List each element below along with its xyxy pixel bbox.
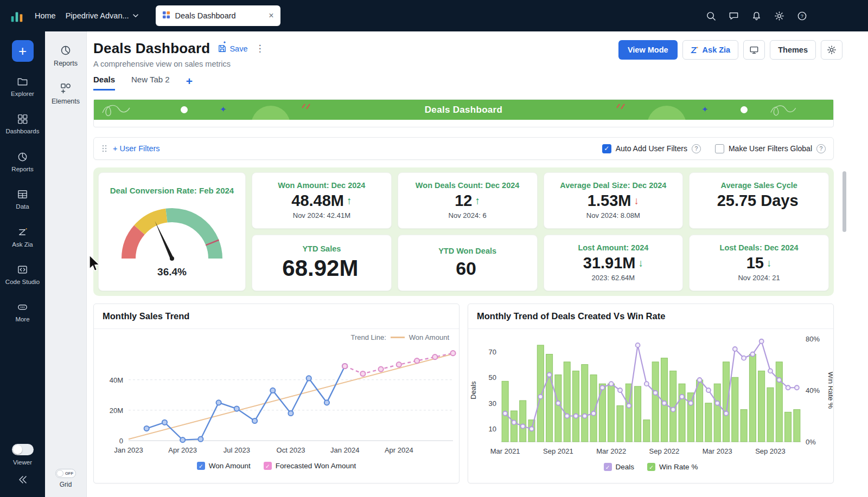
- viewer-toggle[interactable]: [12, 444, 34, 455]
- dot-decoration: [741, 106, 748, 113]
- svg-text:40M: 40M: [110, 376, 123, 384]
- kpi-card-won-amount[interactable]: Won Amount: Dec 2024 48.48M↑ Nov 2024: 4…: [252, 172, 392, 229]
- trend-arrow-icon: ↓: [634, 195, 639, 207]
- notifications-bell-icon[interactable]: [751, 11, 762, 21]
- help-circle-icon[interactable]: ?: [692, 144, 701, 153]
- grid-toggle-label: Grid: [60, 481, 72, 488]
- elements-icon: [60, 82, 72, 94]
- reports-icon: [60, 44, 72, 56]
- gear-icon: [827, 45, 837, 55]
- help-icon[interactable]: ?: [797, 11, 807, 21]
- checkbox-icon[interactable]: ✓: [264, 462, 272, 470]
- kpi-card-lost-amount[interactable]: Lost Amount: 2024 31.91M↓ 2023: 62.64M: [544, 235, 684, 291]
- kpi-card-won-deals-count[interactable]: Won Deals Count: Dec 2024 12↑ Nov 2024: …: [398, 172, 538, 229]
- kpi-card-average-deal-size[interactable]: Average Deal Size: Dec 2024 1.53M↓ Nov 2…: [544, 172, 684, 229]
- dashboard-grid-icon: [162, 11, 170, 21]
- svg-text:Apr 2024: Apr 2024: [385, 446, 413, 454]
- svg-text:0%: 0%: [806, 438, 816, 446]
- checkbox-icon[interactable]: ✓: [604, 463, 612, 471]
- comments-icon[interactable]: [729, 11, 739, 21]
- create-new-button[interactable]: +: [12, 40, 34, 62]
- help-circle-icon[interactable]: ?: [816, 144, 826, 153]
- sidebar-item-data[interactable]: Data: [0, 183, 45, 216]
- settings-gear-icon[interactable]: [774, 11, 784, 21]
- auto-add-user-filters-label: Auto Add User Filters: [616, 144, 687, 153]
- trend-arrow-icon: ↓: [767, 257, 772, 269]
- primary-sidebar: + Explorer Dashboards Reports Data Ask Z…: [0, 31, 45, 497]
- tab-deals[interactable]: Deals: [93, 75, 115, 91]
- add-tab-button[interactable]: +: [186, 75, 193, 91]
- svg-text:Jul 2023: Jul 2023: [224, 446, 250, 454]
- collapse-sidebar-icon[interactable]: [17, 474, 28, 487]
- dashboard-doc-tab[interactable]: Deals Dashboard ×: [156, 5, 280, 26]
- deals-vs-win-rate-widget[interactable]: Monthly Trend of Deals Created Vs Win Ra…: [468, 304, 834, 483]
- svg-text:Apr 2023: Apr 2023: [168, 446, 197, 454]
- chart-legend: ✓ Deals ✓ Win Rate %: [468, 463, 833, 471]
- nav-workspace[interactable]: Pipedrive Advan...: [66, 11, 138, 20]
- close-icon[interactable]: ×: [269, 11, 273, 20]
- kpi-card-lost-deals[interactable]: Lost Deals: Dec 2024 15↓ Nov 2024: 21: [689, 235, 829, 291]
- banner-widget[interactable]: ✦ Deals Dashboard ✦: [93, 99, 834, 127]
- main-area: Deals Dashboard ✦ Save ⋮ A comprehensive…: [87, 31, 868, 497]
- star-icon: ✦: [701, 105, 709, 114]
- legend-won-amount[interactable]: ✓ Won Amount: [197, 462, 251, 470]
- view-mode-button[interactable]: View Mode: [618, 40, 678, 60]
- table-icon: [17, 189, 28, 200]
- chart-title: Monthly Sales Trend: [94, 304, 459, 329]
- kpi-card-ytd-sales[interactable]: YTD Sales 68.92M: [252, 235, 392, 291]
- ask-zia-button[interactable]: Ask Zia: [682, 40, 739, 60]
- gauge-widget[interactable]: Deal Conversion Rate: Feb 2024 36.4%: [98, 172, 246, 291]
- kpi-card-average-sales-cycle[interactable]: Average Sales Cycle 25.75 Days: [689, 172, 829, 229]
- bar-line-chart: 103050700%40%80%DealsWin Rate %Mar 2021S…: [468, 330, 833, 460]
- monthly-sales-trend-widget[interactable]: Monthly Sales Trend Trend Line: Won Amou…: [93, 304, 459, 483]
- sidebar-item-reports[interactable]: Reports: [0, 146, 45, 178]
- svg-text:Oct 2023: Oct 2023: [277, 446, 305, 454]
- nav-home[interactable]: Home: [35, 11, 56, 20]
- app-logo[interactable]: [9, 8, 25, 24]
- sidebar-item-ask-zia[interactable]: Ask Zia: [0, 221, 45, 254]
- legend-win-rate[interactable]: ✓ Win Rate %: [647, 463, 698, 471]
- legend-forecasted-won-amount[interactable]: ✓ Forecasted Won Amount: [264, 462, 356, 470]
- drag-handle-icon[interactable]: [101, 144, 107, 153]
- kpi-card-ytd-won-deals[interactable]: YTD Won Deals 60: [398, 235, 538, 291]
- svg-text:Win Rate %: Win Rate %: [827, 372, 833, 409]
- swirl-decoration-icon: [101, 102, 167, 118]
- sidebar-item-explorer[interactable]: Explorer: [0, 70, 45, 103]
- panel-item-reports[interactable]: Reports: [54, 44, 78, 67]
- checkbox-icon[interactable]: ✓: [197, 462, 205, 470]
- save-button[interactable]: ✦ Save: [218, 44, 247, 53]
- gauge-chart: [105, 196, 239, 270]
- pie-chart-icon: [17, 151, 28, 163]
- tab-new-tab-2[interactable]: New Tab 2: [131, 75, 170, 91]
- hill-decoration: [647, 106, 686, 120]
- sidebar-item-code-studio[interactable]: Code Studio: [0, 259, 45, 291]
- dashboard-tabs: Deals New Tab 2 +: [93, 75, 868, 91]
- checkbox-icon[interactable]: ✓: [647, 463, 655, 471]
- legend-deals[interactable]: ✓ Deals: [604, 463, 635, 471]
- trend-line-legend: Trend Line: Won Amount: [351, 333, 449, 341]
- svg-text:?: ?: [801, 13, 803, 18]
- sidebar-item-dashboards[interactable]: Dashboards: [0, 108, 45, 140]
- vertical-scrollbar[interactable]: [843, 171, 846, 232]
- dashboard-settings-button[interactable]: [821, 40, 843, 60]
- more-options-icon[interactable]: ⋮: [255, 43, 264, 54]
- panel-item-elements[interactable]: Elements: [52, 82, 80, 105]
- present-mode-button[interactable]: [743, 40, 765, 60]
- trend-line-swatch: [391, 337, 405, 338]
- add-user-filters-button[interactable]: + User Filters: [113, 144, 160, 153]
- search-icon[interactable]: [706, 11, 716, 21]
- grid-toggle[interactable]: OFF: [55, 469, 76, 478]
- check-icon: ✓: [604, 145, 609, 152]
- star-icon: ✦: [220, 105, 227, 114]
- themes-button[interactable]: Themes: [770, 40, 816, 60]
- make-user-filters-global-checkbox[interactable]: ✓: [715, 144, 724, 153]
- sidebar-item-more[interactable]: More: [0, 296, 45, 328]
- chevron-down-icon: [133, 14, 138, 17]
- dashboards-grid-icon: [17, 113, 28, 125]
- zia-icon: [691, 46, 699, 54]
- kpi-widgets-area: Deal Conversion Rate: Feb 2024 36.4% Won…: [93, 167, 834, 296]
- chart-title: Monthly Trend of Deals Created Vs Win Ra…: [468, 304, 833, 329]
- svg-text:Mar 2023: Mar 2023: [703, 447, 732, 455]
- auto-add-user-filters-checkbox[interactable]: ✓: [602, 144, 611, 153]
- viewer-toggle-label: Viewer: [13, 459, 32, 466]
